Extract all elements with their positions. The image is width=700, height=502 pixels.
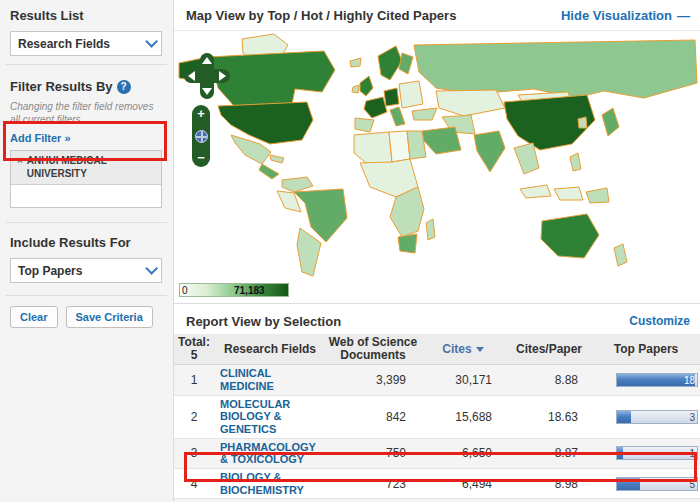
active-filter-chip[interactable]: × ANHUI MEDICAL UNIVERSITY <box>11 151 161 185</box>
collapse-icon: — <box>677 8 690 23</box>
country-india <box>474 131 505 172</box>
country-indonesia-west <box>520 185 551 198</box>
top-papers-value: 1 <box>689 447 695 460</box>
top-papers-bar[interactable]: 18 <box>616 373 698 387</box>
remove-filter-icon[interactable]: × <box>17 155 23 180</box>
results-list-select[interactable]: Research Fields <box>10 31 162 56</box>
country-uk <box>360 76 373 96</box>
map-color-legend: 0 71,183 <box>179 283 289 297</box>
row-rank: 2 <box>174 410 214 424</box>
add-filter-link[interactable]: Add Filter » <box>10 132 71 144</box>
research-field-link[interactable]: BIOLOGY & BIOCHEMISTRY <box>214 469 326 498</box>
row-rank: 3 <box>174 446 214 460</box>
clear-button[interactable]: Clear <box>10 306 58 328</box>
column-header-documents[interactable]: Web of Science Documents <box>326 334 420 364</box>
region-central-asia <box>436 90 505 116</box>
documents-value: 842 <box>326 410 420 424</box>
research-field-link[interactable]: CLINICAL MEDICINE <box>214 365 326 394</box>
region-central-america <box>259 164 279 179</box>
legend-min-value: 0 <box>182 285 188 296</box>
table-header-row: Total: 5 Research Fields Web of Science … <box>174 334 700 365</box>
documents-value: 750 <box>326 446 420 460</box>
country-indonesia-east <box>554 187 583 200</box>
hide-visualization-label: Hide Visualization <box>561 8 672 23</box>
column-header-top-papers[interactable]: Top Papers <box>592 341 700 358</box>
top-papers-cell: 5 <box>592 474 700 494</box>
country-egypt <box>407 131 426 159</box>
customize-link[interactable]: Customize <box>629 314 690 328</box>
column-header-research-fields[interactable]: Research Fields <box>214 341 326 358</box>
total-header: Total: 5 <box>174 334 214 364</box>
zoom-out-button[interactable]: − <box>197 152 205 164</box>
divider <box>174 303 700 304</box>
top-papers-bar[interactable]: 1 <box>616 446 698 460</box>
country-madagascar <box>426 219 435 240</box>
country-argentina <box>297 228 321 276</box>
region-southeast-asia <box>514 143 539 174</box>
world-map[interactable]: + − <box>174 30 700 278</box>
research-field-link[interactable]: MOLECULAR BIOLOGY & GENETICS <box>214 396 326 438</box>
results-list-selected-value: Research Fields <box>18 37 110 51</box>
country-japan <box>602 108 619 136</box>
country-italy <box>390 107 405 126</box>
cites-label: Cites <box>442 343 471 356</box>
top-papers-value: 5 <box>689 478 695 491</box>
pan-up-icon[interactable] <box>202 57 212 64</box>
column-header-cites[interactable]: Cites <box>420 341 506 358</box>
research-field-link[interactable]: PHARMACOLOGY & TOXICOLOGY <box>214 439 326 468</box>
top-papers-cell: 1 <box>592 443 700 463</box>
include-results-select[interactable]: Top Papers <box>10 258 162 283</box>
results-list-heading: Results List <box>10 8 163 23</box>
top-papers-bar[interactable]: 3 <box>616 410 698 424</box>
globe-icon[interactable] <box>195 130 208 143</box>
cites-per-paper-value: 8.98 <box>506 477 592 491</box>
chevron-down-icon <box>145 262 158 275</box>
save-criteria-button[interactable]: Save Criteria <box>66 306 153 328</box>
top-papers-bar-fill <box>617 411 631 423</box>
total-value: 5 <box>176 349 212 362</box>
map-pan-control[interactable] <box>184 53 230 99</box>
country-france <box>364 97 387 118</box>
active-filters-list: × ANHUI MEDICAL UNIVERSITY <box>10 150 162 208</box>
hide-visualization-link[interactable]: Hide Visualization — <box>561 8 690 23</box>
country-germany <box>384 88 399 106</box>
cites-value: 30,171 <box>420 373 506 387</box>
country-philippines <box>570 153 581 171</box>
sort-descending-icon <box>476 347 484 352</box>
country-iceland <box>350 58 361 67</box>
zoom-in-button[interactable]: + <box>197 108 205 120</box>
filter-note: Changing the filter field removes all cu… <box>10 100 163 126</box>
pan-down-icon[interactable] <box>202 88 212 95</box>
row-rank: 1 <box>174 373 214 387</box>
documents-value: 723 <box>326 477 420 491</box>
table-row: 3PHARMACOLOGY & TOXICOLOGY7506,6508.871 <box>174 439 700 469</box>
column-header-cites-per-paper[interactable]: Cites/Paper <box>506 341 592 358</box>
choropleth-map-svg <box>174 31 700 279</box>
include-results-selected-value: Top Papers <box>18 264 82 278</box>
cites-value: 15,688 <box>420 410 506 424</box>
country-turkey <box>412 108 437 120</box>
country-libya <box>389 131 410 162</box>
country-south-africa <box>398 234 417 253</box>
region-northwest-africa <box>354 132 392 166</box>
country-finland <box>399 53 413 74</box>
top-papers-value: 3 <box>689 411 695 424</box>
region-north-south-america <box>282 177 313 192</box>
help-icon[interactable]: ? <box>117 80 131 94</box>
top-papers-cell: 3 <box>592 407 700 427</box>
country-russia <box>414 40 697 98</box>
chevron-down-icon <box>145 35 158 48</box>
pan-left-icon[interactable] <box>188 71 195 81</box>
legend-max-value: 71,183 <box>234 285 265 296</box>
top-papers-cell: 18 <box>592 370 700 390</box>
map-zoom-control[interactable]: + − <box>192 105 210 167</box>
country-norway-sweden <box>378 46 402 80</box>
row-rank: 4 <box>174 477 214 491</box>
visualization-panel: Map View by Top / Hot / Highly Cited Pap… <box>174 0 700 502</box>
cites-per-paper-value: 8.87 <box>506 446 592 460</box>
top-papers-bar[interactable]: 5 <box>616 477 698 491</box>
pan-right-icon[interactable] <box>219 71 226 81</box>
table-row: 2MOLECULAR BIOLOGY & GENETICS84215,68818… <box>174 396 700 439</box>
documents-value: 3,399 <box>326 373 420 387</box>
active-filter-label: ANHUI MEDICAL UNIVERSITY <box>27 155 155 180</box>
